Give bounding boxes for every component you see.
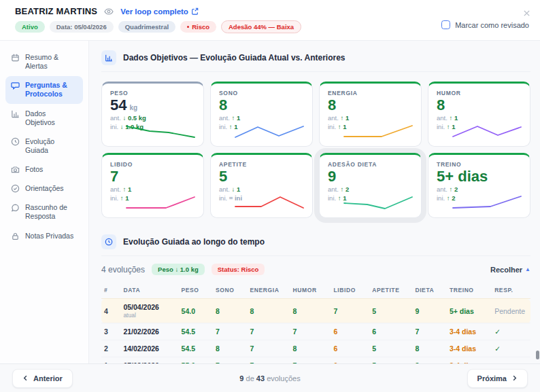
cell-peso: 54.5 bbox=[179, 323, 213, 340]
cell-apetite: 5 bbox=[369, 357, 412, 364]
sidebar-item-label: Resumo & Alertas bbox=[25, 53, 78, 71]
row-number: 3 bbox=[101, 323, 120, 340]
sidebar-item-dados-objetivos[interactable]: Dados Objetivos bbox=[5, 105, 83, 132]
collapse-label: Recolher bbox=[490, 266, 522, 274]
risk-badge: Risco bbox=[180, 21, 216, 33]
main-content: Dados Objetivos — Evolução Guiada Atual … bbox=[89, 41, 540, 363]
view-full-loop-link[interactable]: Ver loop completo bbox=[120, 7, 199, 16]
sidebar-item-fotos[interactable]: Fotos bbox=[5, 160, 83, 179]
sidebar: Resumo & Alertas Perguntas & Protocolos … bbox=[0, 41, 89, 363]
evolution-table: # DATA PESO SONO ENERGIA HUMOR LIBIDO AP… bbox=[101, 282, 530, 363]
table-row[interactable]: 3 21/02/2026 54.5 7 7 7 6 6 7 3-4 dias ✓ bbox=[101, 323, 530, 340]
metric-card-libido[interactable]: LIBIDO 7 ant. ↑ 1 ini. ↑ 1 bbox=[101, 153, 204, 218]
cell-humor: 7 bbox=[290, 323, 331, 340]
metric-card-apetite[interactable]: APETITE 5 ant. ↓ 1 ini. = ini bbox=[210, 153, 313, 218]
sidebar-item-evolucao-guiada[interactable]: Evolução Guiada bbox=[5, 132, 83, 160]
collapse-toggle[interactable]: Recolher ▲ bbox=[490, 266, 530, 274]
metric-cards-grid: PESO 54kg ant. ↓ 0.5 kg ini. ↓ 1.0 kg SO… bbox=[101, 82, 530, 218]
sparkline-chart bbox=[235, 122, 303, 140]
sidebar-item-perguntas-protocolos[interactable]: Perguntas & Protocolos bbox=[5, 76, 83, 103]
lock-icon bbox=[11, 232, 20, 240]
divider bbox=[101, 255, 530, 256]
previous-button[interactable]: Anterior bbox=[12, 369, 73, 388]
row-number: 1 bbox=[101, 357, 120, 364]
mark-reviewed-control[interactable]: Marcar como revisado bbox=[441, 20, 529, 29]
patient-review-window: BEATRIZ MARTINS Ver loop completo Ativo … bbox=[0, 0, 540, 392]
metric-card-adesao-dieta[interactable]: ADESÃO DIETA 9 ant. ↑ 2 ini. ↑ 1 bbox=[319, 153, 422, 218]
page-suffix: evoluções bbox=[267, 374, 301, 382]
cell-resp: ✓ bbox=[492, 357, 530, 364]
sidebar-item-orientacoes[interactable]: Orientações bbox=[5, 179, 83, 198]
cell-peso: 54.5 bbox=[179, 340, 213, 357]
cell-energia: 7 bbox=[248, 323, 290, 340]
delta-vs-previous: ant. ↓ 1 bbox=[219, 185, 304, 193]
table-row[interactable]: 2 14/02/2026 54.5 8 7 8 6 5 8 3-4 dias ✓ bbox=[101, 340, 530, 357]
risk-dot-icon bbox=[187, 26, 189, 28]
table-row-current[interactable]: 4 05/04/2026atual 54.0 8 8 8 7 5 9 5+ di… bbox=[101, 299, 530, 323]
sparkline-chart bbox=[453, 122, 521, 140]
mark-reviewed-checkbox[interactable] bbox=[441, 20, 450, 29]
cell-treino: 3-4 dias bbox=[447, 357, 492, 364]
cell-humor: 8 bbox=[290, 340, 331, 357]
metric-label: LIBIDO bbox=[110, 161, 195, 168]
metric-card-peso[interactable]: PESO 54kg ant. ↓ 0.5 kg ini. ↓ 1.0 kg bbox=[101, 82, 204, 147]
patient-name: BEATRIZ MARTINS bbox=[15, 6, 97, 16]
check-circle-icon bbox=[11, 184, 20, 193]
cell-treino: 3-4 dias bbox=[447, 340, 492, 357]
sidebar-item-label: Rascunho de Resposta bbox=[25, 203, 78, 221]
metric-value: 9 bbox=[328, 168, 336, 184]
divider bbox=[101, 71, 530, 72]
metric-label: APETITE bbox=[219, 161, 304, 168]
topbar: BEATRIZ MARTINS Ver loop completo Ativo … bbox=[0, 0, 540, 41]
cell-sono: 8 bbox=[213, 299, 247, 323]
metric-card-energia[interactable]: ENERGIA 8 ant. ↑ 1 ini. ↑ 1 bbox=[319, 82, 422, 147]
sparkline-chart bbox=[126, 122, 195, 140]
cell-dieta: 8 bbox=[412, 340, 446, 357]
sparkline-chart bbox=[126, 194, 195, 211]
cell-resp: ✓ bbox=[492, 323, 530, 340]
cell-dieta: 7 bbox=[412, 323, 446, 340]
objective-section-title: Dados Objetivos — Evolução Guiada Atual … bbox=[123, 53, 345, 63]
eye-icon[interactable] bbox=[104, 7, 114, 16]
cell-libido: 6 bbox=[331, 357, 370, 364]
metric-value: 5+ dias bbox=[437, 168, 488, 184]
close-icon[interactable] bbox=[522, 6, 532, 21]
sparkline-chart bbox=[344, 122, 412, 140]
metric-card-sono[interactable]: SONO 8 ant. ↑ 1 ini. ↑ 1 bbox=[210, 82, 313, 147]
calendar-icon bbox=[11, 53, 20, 62]
sidebar-item-notas-privadas[interactable]: Notas Privadas bbox=[5, 227, 83, 245]
sidebar-item-rascunho-resposta[interactable]: Rascunho de Resposta bbox=[5, 198, 83, 226]
chevron-right-icon bbox=[511, 375, 518, 381]
view-full-loop-label: Ver loop completo bbox=[120, 7, 188, 16]
sidebar-item-label: Orientações bbox=[25, 184, 64, 193]
sidebar-item-resumo-alertas[interactable]: Resumo & Alertas bbox=[5, 48, 83, 75]
row-date-sub: atual bbox=[123, 312, 175, 319]
patient-name-row: BEATRIZ MARTINS Ver loop completo bbox=[15, 6, 529, 16]
next-button[interactable]: Próxima bbox=[467, 369, 528, 388]
col-header: DIETA bbox=[412, 282, 446, 299]
sidebar-item-label: Notas Privadas bbox=[25, 232, 73, 240]
metric-label: HUMOR bbox=[437, 90, 522, 96]
chat-icon bbox=[11, 81, 20, 90]
sidebar-item-label: Perguntas & Protocolos bbox=[25, 81, 78, 99]
mark-reviewed-label: Marcar como revisado bbox=[455, 21, 529, 29]
delta-vs-previous: ant. ↑ 1 bbox=[219, 114, 304, 122]
col-header: RESP. bbox=[492, 282, 530, 299]
metric-card-treino[interactable]: TREINO 5+ dias ant. ↑ 2 ini. ↑ 2 bbox=[428, 153, 530, 218]
next-label: Próxima bbox=[477, 374, 507, 382]
metric-value: 8 bbox=[328, 97, 336, 113]
metric-value: 5 bbox=[219, 168, 227, 184]
sidebar-item-label: Dados Objetivos bbox=[25, 109, 78, 127]
cell-apetite: 6 bbox=[369, 323, 412, 340]
objective-section-header: Dados Objetivos — Evolução Guiada Atual … bbox=[101, 48, 530, 71]
table-row[interactable]: 1 07/02/2026 55.0 7 7 7 6 5 8 3-4 dias ✓ bbox=[101, 357, 530, 364]
delta-vs-previous: ant. ↑ 1 bbox=[328, 114, 413, 122]
page-indicator: 9 de 43 evoluções bbox=[239, 374, 300, 382]
sparkline-chart bbox=[344, 194, 412, 211]
cell-libido: 6 bbox=[331, 323, 370, 340]
delta-vs-previous: ant. ↑ 2 bbox=[437, 185, 522, 193]
metric-card-humor[interactable]: HUMOR 8 ant. ↑ 1 ini. ↑ 1 bbox=[428, 82, 530, 147]
metric-value: 8 bbox=[219, 97, 227, 113]
delta-vs-previous: ant. ↓ 0.5 kg bbox=[110, 114, 195, 122]
scrollbar-thumb[interactable] bbox=[536, 351, 539, 359]
